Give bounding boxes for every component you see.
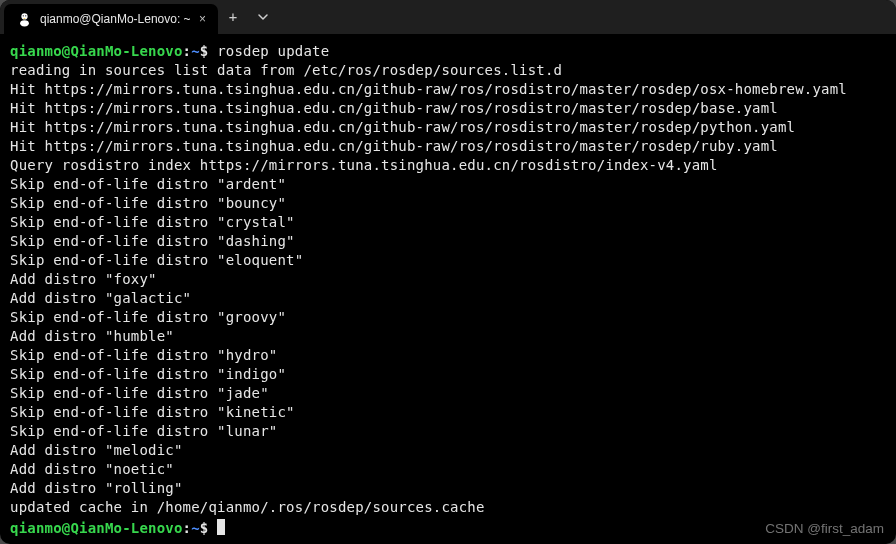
close-icon[interactable]: × (199, 12, 206, 26)
prompt-colon: : (183, 520, 192, 536)
terminal-line: Skip end-of-life distro "dashing" (10, 232, 886, 251)
prompt-colon: : (183, 43, 192, 59)
terminal-line: Add distro "galactic" (10, 289, 886, 308)
terminal-line: Query rosdistro index https://mirrors.tu… (10, 156, 886, 175)
terminal-line: Skip end-of-life distro "kinetic" (10, 403, 886, 422)
terminal-line: Hit https://mirrors.tuna.tsinghua.edu.cn… (10, 118, 886, 137)
terminal-line: Skip end-of-life distro "ardent" (10, 175, 886, 194)
svg-point-3 (25, 15, 26, 16)
terminal-window: qianmo@QianMo-Lenovo: ~ × + qianmo@QianM… (0, 0, 896, 544)
prompt-user: qianmo@QianMo-Lenovo (10, 520, 183, 536)
terminal-line: Skip end-of-life distro "indigo" (10, 365, 886, 384)
terminal-line: Skip end-of-life distro "lunar" (10, 422, 886, 441)
terminal-line: updated cache in /home/qianmo/.ros/rosde… (10, 498, 886, 517)
terminal-line: qianmo@QianMo-Lenovo:~$ (10, 517, 886, 538)
tab-active[interactable]: qianmo@QianMo-Lenovo: ~ × (4, 4, 218, 34)
watermark: CSDN @first_adam (765, 521, 884, 536)
terminal-line: Hit https://mirrors.tuna.tsinghua.edu.cn… (10, 80, 886, 99)
terminal-line: Add distro "foxy" (10, 270, 886, 289)
terminal-line: Skip end-of-life distro "jade" (10, 384, 886, 403)
terminal-line: Hit https://mirrors.tuna.tsinghua.edu.cn… (10, 99, 886, 118)
svg-point-1 (20, 20, 29, 26)
terminal-line: reading in sources list data from /etc/r… (10, 61, 886, 80)
titlebar: qianmo@QianMo-Lenovo: ~ × + (0, 0, 896, 34)
prompt-user: qianmo@QianMo-Lenovo (10, 43, 183, 59)
prompt-path: ~ (191, 43, 200, 59)
tux-icon (16, 11, 32, 27)
terminal-line: Add distro "humble" (10, 327, 886, 346)
cursor (217, 519, 225, 535)
terminal-line: Add distro "melodic" (10, 441, 886, 460)
svg-point-2 (22, 15, 23, 16)
terminal-line: Skip end-of-life distro "eloquent" (10, 251, 886, 270)
terminal-line: qianmo@QianMo-Lenovo:~$ rosdep update (10, 42, 886, 61)
terminal-line: Skip end-of-life distro "hydro" (10, 346, 886, 365)
terminal-line: Skip end-of-life distro "bouncy" (10, 194, 886, 213)
command-text: rosdep update (217, 43, 329, 59)
tab-title: qianmo@QianMo-Lenovo: ~ (40, 12, 191, 26)
terminal-line: Add distro "noetic" (10, 460, 886, 479)
terminal-line: Hit https://mirrors.tuna.tsinghua.edu.cn… (10, 137, 886, 156)
terminal-body[interactable]: qianmo@QianMo-Lenovo:~$ rosdep updaterea… (0, 34, 896, 544)
terminal-line: Add distro "rolling" (10, 479, 886, 498)
new-tab-button[interactable]: + (218, 2, 248, 32)
prompt-dollar: $ (200, 520, 209, 536)
prompt-dollar: $ (200, 43, 209, 59)
terminal-line: Skip end-of-life distro "crystal" (10, 213, 886, 232)
terminal-line: Skip end-of-life distro "groovy" (10, 308, 886, 327)
prompt-path: ~ (191, 520, 200, 536)
tab-menu-chevron-icon[interactable] (248, 2, 278, 32)
